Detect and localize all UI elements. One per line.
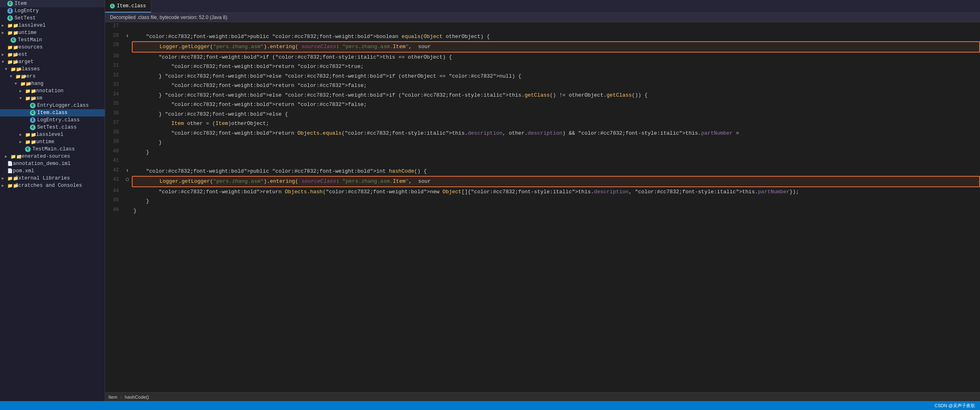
tree-item-label: generated-sources: [19, 154, 70, 159]
breadcrumb-part: Item: [108, 395, 117, 399]
line-number: 33: [105, 81, 123, 91]
line-number: 43: [105, 176, 123, 187]
line-gutter: ⬆: [123, 167, 132, 176]
tree-item-label: annotation: [33, 88, 63, 94]
line-gutter: [123, 176, 132, 187]
folder-open-icon: 📂: [11, 67, 17, 72]
sidebar-item-annotation-folder[interactable]: 📁annotation: [0, 87, 105, 95]
decompiled-banner: Decompiled .class file, bytecode version…: [105, 13, 980, 22]
line-gutter: [123, 110, 132, 119]
line-content: "color:#cc7832;font-weight:bold">return …: [132, 81, 980, 91]
tree-arrow: [19, 132, 25, 137]
tree-arrow: [5, 67, 11, 72]
tab-item-class[interactable]: C Item.class: [105, 0, 151, 13]
sidebar-item-item-class[interactable]: CItem: [0, 0, 105, 7]
line-content: [132, 157, 980, 167]
line-content: "color:#cc7832;font-weight:bold">public …: [132, 32, 980, 42]
tree-arrow: [2, 183, 7, 188]
sidebar-item-item-file[interactable]: CItem.class: [0, 109, 105, 116]
line-gutter: [123, 22, 132, 32]
line-number: 29: [105, 41, 123, 53]
sidebar-item-classlevel-folder[interactable]: 📁classlevel: [0, 22, 105, 29]
tree-arrow: [2, 23, 7, 28]
folder-icon: 📁: [7, 176, 14, 181]
line-number: 45: [105, 197, 123, 206]
sidebar-item-asm-folder[interactable]: 📂asm: [0, 95, 105, 102]
line-gutter: [123, 62, 132, 72]
sidebar-item-iml-file[interactable]: 📄annotation_demo.iml: [0, 160, 105, 167]
line-gutter: [123, 119, 132, 129]
tree-item-label: TestMain.class: [32, 146, 75, 152]
tree-arrow: [19, 96, 25, 101]
sidebar-item-settest-file[interactable]: CSetTest.class: [0, 124, 105, 131]
folder-open-icon: 📂: [15, 74, 22, 79]
line-number: 41: [105, 157, 123, 167]
line-content: Item other = (Item)otherObject;: [132, 119, 980, 129]
line-number: 30: [105, 53, 123, 62]
folder-open-icon: 📂: [20, 81, 27, 86]
sidebar-item-resources-folder[interactable]: 📁resources: [0, 44, 105, 51]
code-line-37: 37 Item other = (Item)otherObject;: [105, 119, 980, 129]
interface-icon: I: [30, 117, 36, 123]
line-gutter: [123, 148, 132, 157]
code-line-38: 38 "color:#cc7832;font-weight:bold">retu…: [105, 129, 980, 138]
tab-label: Item.class: [117, 3, 146, 9]
code-line-36: 36 } "color:#cc7832;font-weight:bold">el…: [105, 110, 980, 119]
tab-bar: C Item.class: [105, 0, 980, 13]
code-scroll[interactable]: 27 28⬆ "color:#cc7832;font-weight:bold">…: [105, 22, 980, 392]
line-number: 44: [105, 187, 123, 197]
line-gutter: [123, 138, 132, 148]
folder-icon: 📁: [11, 154, 17, 159]
banner-text: Decompiled .class file, bytecode version…: [110, 15, 227, 20]
sidebar-item-classlevel2-folder[interactable]: 📁classlevel: [0, 131, 105, 138]
folder-icon: 📁: [7, 30, 14, 35]
tree-item-label: Item.class: [37, 110, 68, 116]
sidebar-item-entrylogger-file[interactable]: CEntryLogger.class: [0, 102, 105, 109]
tree-arrow: [5, 154, 11, 159]
sidebar-item-ext-libs[interactable]: 📁External Libraries: [0, 175, 105, 182]
line-content: }: [132, 197, 980, 206]
sidebar-item-generated-sources-folder[interactable]: 📁generated-sources: [0, 153, 105, 160]
tree-item-label: asm: [33, 95, 42, 101]
sidebar-item-testmain-file[interactable]: CTestMain.class: [0, 146, 105, 153]
sidebar-item-logentry-file[interactable]: ILogEntry.class: [0, 116, 105, 124]
sidebar-item-classes-folder[interactable]: 📂classes: [0, 66, 105, 73]
sidebar-item-scratches[interactable]: 📁Scratches and Consoles: [0, 182, 105, 189]
tree-item-label: pom.xml: [13, 168, 34, 174]
folder-open-icon: 📂: [7, 52, 14, 57]
sidebar-item-test-folder[interactable]: 📂test: [0, 51, 105, 58]
line-content: }: [132, 206, 980, 216]
tree-item-label: test: [15, 52, 27, 57]
line-content: } "color:#cc7832;font-weight:bold">else …: [132, 91, 980, 100]
breadcrumb-bar: Item › hashCode(): [105, 392, 980, 401]
sidebar-item-runtime-folder[interactable]: 📁runtime: [0, 29, 105, 36]
sidebar-item-settest-class[interactable]: CSetTest: [0, 15, 105, 22]
sidebar-item-testmain-class[interactable]: CTestMain: [0, 36, 105, 44]
sidebar: CItemILogEntryCSetTest📁classlevel📁runtim…: [0, 0, 105, 401]
code-line-32: 32 } "color:#cc7832;font-weight:bold">el…: [105, 72, 980, 81]
sidebar-item-pers-folder[interactable]: 📂pers: [0, 73, 105, 80]
folder-icon: 📁: [25, 132, 32, 137]
line-number: 31: [105, 62, 123, 72]
gutter-arrow-icon: ⬆: [126, 168, 129, 174]
folder-icon: 📁: [25, 139, 32, 144]
folder-icon: 📁: [7, 45, 14, 50]
line-content: }: [132, 138, 980, 148]
code-line-30: 30 "color:#cc7832;font-weight:bold">if (…: [105, 53, 980, 62]
code-line-34: 34 } "color:#cc7832;font-weight:bold">el…: [105, 91, 980, 100]
sidebar-item-pom-file[interactable]: 📄pom.xml: [0, 167, 105, 175]
sidebar-item-zhang-folder[interactable]: 📂zhang: [0, 80, 105, 87]
line-number: 36: [105, 110, 123, 119]
line-content: "color:#cc7832;font-weight:bold">return …: [132, 100, 980, 110]
line-number: 38: [105, 129, 123, 138]
tree-item-label: LogEntry: [15, 8, 39, 14]
class-icon: C: [25, 146, 31, 152]
sidebar-item-runtime2-folder[interactable]: 📁runtime: [0, 138, 105, 146]
sidebar-item-target-folder[interactable]: 📂target: [0, 58, 105, 66]
line-gutter: [123, 187, 132, 197]
line-gutter: ⬆: [123, 32, 132, 42]
tree-item-label: resources: [15, 44, 43, 50]
line-content: "color:#cc7832;font-weight:bold">if ("co…: [132, 53, 980, 62]
line-content: } "color:#cc7832;font-weight:bold">else …: [132, 72, 980, 81]
sidebar-item-logentry-class[interactable]: ILogEntry: [0, 7, 105, 15]
